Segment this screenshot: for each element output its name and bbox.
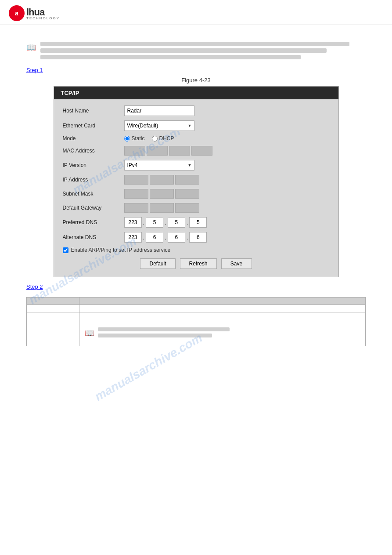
subnet-seg-1 [124,189,148,199]
dns-dot-1: . [143,219,145,226]
inner-note-icon: 📖 [85,328,94,338]
dns-dot-3: . [186,219,189,226]
step2-label[interactable]: Step 2 [26,283,366,290]
preferred-dns-4[interactable] [189,217,207,228]
table-header-col2 [79,297,366,305]
preferred-dns-2[interactable] [146,217,163,228]
top-note: 📖 [26,42,366,62]
note-text-block [40,42,366,62]
table-row-1 [27,305,366,312]
host-name-input[interactable] [124,105,194,116]
tcpip-header: TCP/IP [54,87,338,99]
alternate-dns-control: . . . [124,232,330,243]
dns-dot-2: . [164,219,167,226]
gateway-seg-2 [150,203,174,213]
ip-seg-3 [175,175,199,185]
mode-dhcp-option[interactable]: DHCP [152,135,174,141]
ip-version-select-wrap: IPv4 IPv6 [124,160,194,170]
table-row2-col1 [27,312,79,346]
mode-static-label: Static [132,135,145,141]
subnet-seg-3 [175,189,199,199]
ip-seg-2 [150,175,174,185]
arp-row: Enable ARP/Ping to set IP address servic… [63,247,330,253]
default-gateway-control [124,203,330,213]
preferred-dns-3[interactable] [168,217,185,228]
mac-seg-4 [191,146,212,156]
mode-label: Mode [63,135,124,141]
step1-label[interactable]: Step 1 [26,67,366,73]
alternate-dns-3[interactable] [168,232,185,243]
mode-dhcp-radio[interactable] [152,136,158,141]
inner-note: 📖 [85,327,360,340]
gateway-inputs [124,203,330,213]
logo-icon: a [9,5,25,21]
note-line-3 [40,55,301,59]
logo-sub: TECHNOLOGY [26,16,60,20]
ethernet-card-label: Ethernet Card [63,123,124,129]
alternate-dns-1[interactable] [124,232,142,243]
preferred-dns-label: Preferred DNS [63,219,124,225]
ip-seg-1 [124,175,148,185]
ip-version-label: IP Version [63,162,124,168]
arp-label: Enable ARP/Ping to set IP address servic… [71,247,171,253]
mac-address-label: MAC Address [63,148,124,154]
mac-address-row: MAC Address [63,146,330,156]
default-gateway-row: Default Gateway [63,203,330,213]
table-row2-col2: 📖 [79,312,366,346]
mode-radio-group: Static DHCP [124,135,330,141]
default-gateway-label: Default Gateway [63,205,124,211]
arp-checkbox[interactable] [63,247,68,253]
subnet-mask-inputs [124,189,330,199]
page-header: a lhua TECHNOLOGY [0,0,392,25]
alternate-dns-row: Alternate DNS . . . [63,232,330,243]
ethernet-card-row: Ethernet Card Wire(Default) [63,120,330,131]
table-row-2: 📖 [27,312,366,346]
note-line-2 [40,48,327,53]
mode-static-radio[interactable] [124,136,130,141]
preferred-dns-1[interactable] [124,217,142,228]
subnet-seg-2 [150,189,174,199]
footer-divider [26,364,366,366]
alt-dns-dot-1: . [143,234,145,241]
save-button[interactable]: Save [221,258,252,269]
ethernet-card-select-wrap: Wire(Default) [124,120,194,131]
row2-spacer [85,316,360,324]
table-header-row [27,297,366,305]
ip-version-row: IP Version IPv4 IPv6 [63,160,330,170]
inner-line-2 [98,334,212,337]
ethernet-card-select[interactable]: Wire(Default) [124,120,194,131]
mac-seg-3 [169,146,190,156]
alt-dns-dot-3: . [186,234,189,241]
subnet-mask-control [124,189,330,199]
mode-row: Mode Static DHCP [63,135,330,141]
alt-dns-dot-2: . [164,234,167,241]
logo-name: lhua [26,7,44,18]
note-line-1 [40,42,349,46]
mac-address-control [124,146,330,156]
host-name-label: Host Name [63,108,124,114]
bottom-table: 📖 [26,297,366,346]
inner-line-1 [98,327,230,331]
gateway-seg-1 [124,203,148,213]
button-row: Default Refresh Save [63,258,330,271]
ip-version-select[interactable]: IPv4 IPv6 [124,160,194,170]
ip-address-label: IP Address [63,177,124,183]
alternate-dns-2[interactable] [146,232,163,243]
preferred-dns-row: Preferred DNS . . . [63,217,330,228]
preferred-dns-inputs: . . . [124,217,330,228]
mac-seg-1 [124,146,145,156]
table-row1-col1 [27,305,79,312]
logo-wordmark: lhua TECHNOLOGY [26,7,60,20]
ethernet-card-control: Wire(Default) [124,120,330,131]
mode-static-option[interactable]: Static [124,135,145,141]
subnet-mask-label: Subnet Mask [63,191,124,197]
default-button[interactable]: Default [140,258,175,269]
alternate-dns-inputs: . . . [124,232,330,243]
preferred-dns-control: . . . [124,217,330,228]
ip-address-row: IP Address [63,175,330,185]
refresh-button[interactable]: Refresh [180,258,217,269]
alternate-dns-4[interactable] [189,232,207,243]
ip-address-inputs [124,175,330,185]
figure-caption: Figure 4-23 [26,77,366,83]
mode-control: Static DHCP [124,135,330,141]
